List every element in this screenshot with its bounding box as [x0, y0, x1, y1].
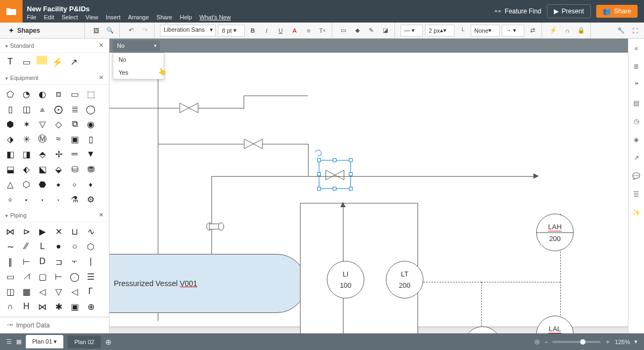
shape-eq6[interactable]: ⬣: [36, 178, 48, 190]
shape-eq14[interactable]: ⚙: [85, 193, 97, 205]
shape-eq8[interactable]: ⬦: [69, 178, 80, 190]
feedback-icon[interactable]: ☰: [631, 189, 642, 200]
shape-slash[interactable]: ⁄⁄: [20, 240, 32, 252]
shape-arrow[interactable]: ↗: [68, 56, 79, 68]
drawing-page[interactable]: Pressurized Vessel V001 LI 100 LT 200: [109, 53, 628, 326]
resize-handle[interactable]: [317, 172, 321, 176]
shape-filter[interactable]: ▽: [36, 118, 48, 130]
image-tool-icon[interactable]: 🖼: [90, 25, 102, 37]
bold-icon[interactable]: B: [247, 25, 259, 37]
shape-u[interactable]: ⊔: [69, 225, 80, 237]
shape-circ[interactable]: ○: [69, 240, 80, 252]
shape-wave[interactable]: ∿: [85, 225, 97, 237]
shape-valve[interactable]: ⋈: [4, 225, 16, 237]
shape-gm[interactable]: Γ: [85, 286, 97, 297]
shape-note[interactable]: [36, 56, 47, 64]
instrument-lal[interactable]: LAL 200: [536, 316, 574, 333]
shape-grid[interactable]: ▦: [20, 286, 32, 297]
shape-eq2[interactable]: ⛁: [69, 163, 80, 175]
shape-rnd[interactable]: ◯: [69, 271, 80, 282]
font-family-select[interactable]: Liberation Sans ▾: [160, 25, 216, 37]
document-title[interactable]: New Facility P&IDs: [27, 5, 489, 13]
menu-view[interactable]: View: [85, 14, 98, 20]
shape-eq9[interactable]: ⬧: [85, 178, 97, 190]
shape-rect[interactable]: ▭: [20, 56, 32, 68]
gate-valve-2[interactable]: [244, 138, 263, 149]
expand-panel-icon[interactable]: «: [631, 43, 642, 54]
shape-tank[interactable]: ⬚: [85, 88, 97, 100]
shape-eq3[interactable]: ⛃: [85, 163, 97, 175]
arrow-end-select[interactable]: → ▾: [502, 25, 524, 37]
panel-piping-header[interactable]: ▾Piping ✕: [0, 208, 109, 222]
document-icon[interactable]: 🗎: [631, 61, 642, 72]
shape-hop[interactable]: ▼: [85, 148, 97, 160]
line-style-select[interactable]: — ▾: [400, 25, 423, 37]
comment-icon[interactable]: ❝: [631, 79, 642, 90]
fill-icon[interactable]: ◆: [352, 25, 363, 37]
text-color-icon[interactable]: A: [289, 25, 301, 37]
shape-boiler[interactable]: ▣: [69, 133, 80, 145]
shape-cycl[interactable]: ◇: [53, 118, 64, 130]
shape-zig[interactable]: ⩘: [20, 271, 32, 282]
shape-col[interactable]: ▯: [85, 133, 97, 145]
shape-sep[interactable]: ⧉: [69, 118, 80, 130]
shape-brk[interactable]: ⊐: [53, 256, 64, 267]
rotate-handle[interactable]: [314, 149, 323, 157]
menu-insert[interactable]: Insert: [106, 14, 121, 20]
shape-bar[interactable]: ‖: [4, 256, 16, 267]
shape-lt[interactable]: ◁: [69, 286, 80, 297]
shape-agit[interactable]: ✢: [53, 148, 64, 160]
shape-bw[interactable]: ⋈: [36, 301, 48, 312]
shape-eq13[interactable]: ⬫: [53, 193, 64, 205]
resize-handle[interactable]: [317, 158, 321, 162]
slides-icon[interactable]: ▤: [631, 98, 642, 108]
shape-list[interactable]: ☰: [85, 271, 97, 282]
resize-handle[interactable]: [317, 187, 321, 191]
panel-standard-header[interactable]: ▾Standard ✕: [0, 39, 109, 53]
resize-handle[interactable]: [333, 158, 336, 162]
close-icon[interactable]: ✕: [99, 74, 104, 81]
shape-cap[interactable]: ⊢: [20, 256, 32, 267]
menu-arrange[interactable]: Arrange: [128, 14, 149, 20]
shape-conv[interactable]: ═: [69, 148, 80, 160]
shape-reactor[interactable]: ⬢: [4, 118, 16, 130]
shape-bolt[interactable]: ⚡: [52, 56, 63, 68]
context-option-no[interactable]: No: [113, 53, 164, 66]
menu-edit[interactable]: Edit: [44, 14, 54, 20]
menu-file[interactable]: File: [27, 14, 36, 20]
shape-mixer[interactable]: ✶: [20, 118, 32, 130]
shape-control[interactable]: ▶: [36, 225, 48, 237]
shape-eq4[interactable]: △: [4, 178, 16, 190]
resize-handle[interactable]: [333, 187, 336, 191]
view-grid-icon[interactable]: ▦: [16, 338, 21, 345]
share-button[interactable]: 👥 Share: [596, 5, 638, 18]
instrument-lic[interactable]: LIC 200: [464, 326, 501, 333]
search-icon[interactable]: 🔍: [104, 25, 116, 37]
action-icon[interactable]: ⚡: [547, 25, 559, 37]
stroke-width-select[interactable]: 2 px ▴▾: [425, 25, 455, 37]
shape-heater[interactable]: ⟁: [36, 103, 48, 115]
instrument-lt[interactable]: LT 200: [386, 261, 423, 298]
shape-fan[interactable]: ✳: [20, 133, 32, 145]
shape-dn[interactable]: ▽: [53, 286, 64, 297]
shape-ln[interactable]: |: [85, 256, 97, 267]
close-icon[interactable]: ✕: [99, 42, 104, 49]
zoom-level[interactable]: 125%: [615, 339, 630, 345]
menu-help[interactable]: Help: [180, 14, 192, 20]
magnet-icon[interactable]: ∩: [561, 25, 573, 37]
shape-hex[interactable]: ⬡: [85, 240, 97, 252]
shape-crsh[interactable]: ⬘: [36, 148, 48, 160]
shape-eq11[interactable]: ⬩: [20, 193, 32, 205]
export-icon[interactable]: ↗: [631, 152, 642, 163]
shape-st[interactable]: ⬖: [20, 163, 32, 175]
inline-pump[interactable]: [206, 222, 224, 231]
shape-cyl[interactable]: ▭: [4, 271, 16, 282]
shape-eq10[interactable]: ⬨: [4, 193, 16, 205]
shape-tri[interactable]: ◁: [36, 286, 48, 297]
shape-x[interactable]: ✕: [53, 225, 64, 237]
zoom-slider[interactable]: [552, 341, 601, 343]
resize-handle[interactable]: [349, 172, 353, 176]
target-icon[interactable]: ◎: [535, 338, 540, 345]
shape-pump2[interactable]: ◉: [85, 118, 97, 130]
selected-valve[interactable]: [325, 170, 345, 180]
